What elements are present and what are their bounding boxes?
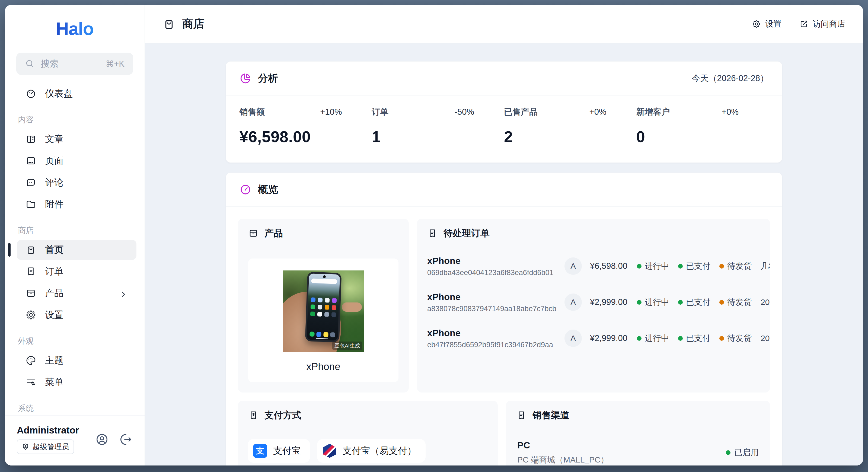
- payment-method-alipay[interactable]: 支 支付宝: [248, 439, 310, 463]
- sidebar-item-attachments[interactable]: 附件: [17, 194, 136, 214]
- sidebar-item-label: 设置: [45, 309, 63, 321]
- order-row[interactable]: xPhone 069dba43ee0404123a6f83ea6fdd6b01 …: [417, 248, 770, 284]
- sidebar-item-shop-home[interactable]: 首页: [17, 240, 136, 260]
- status-dot-green: [637, 300, 642, 305]
- metric-value: 0: [637, 127, 739, 146]
- product-card-xphone[interactable]: 豆包AI生成 xPhone: [248, 258, 399, 382]
- sales-channels-widget: 销售渠道 PC PC 端商城（MALL_PC）: [506, 401, 770, 466]
- payment-method-alipay-yipay[interactable]: 支付宝（易支付）: [317, 439, 426, 463]
- order-time: 20 小时前: [761, 333, 770, 344]
- sidebar-section-shop: 商店: [18, 225, 135, 236]
- search-shortcut: ⌘+K: [105, 59, 124, 69]
- settings-button[interactable]: 设置: [752, 19, 781, 30]
- sidebar-user-actions: [95, 433, 133, 446]
- sidebar-item-dashboard[interactable]: 仪表盘: [17, 84, 136, 104]
- page-title: 商店: [182, 17, 205, 31]
- receipt-icon: [516, 410, 527, 420]
- status-dot-amber: [719, 264, 724, 269]
- chart-pie-icon: [240, 72, 251, 84]
- sidebar-item-products[interactable]: 产品: [17, 283, 136, 303]
- sidebar-item-pages[interactable]: 页面: [17, 151, 136, 171]
- sidebar-item-label: 文章: [45, 133, 63, 146]
- logout-button[interactable]: [119, 433, 133, 446]
- page-header: 商店 设置 访问商店: [145, 5, 863, 43]
- status-badge-flow: 进行中: [637, 297, 669, 308]
- yipay-icon: [322, 444, 337, 458]
- role-badge: 超级管理员: [17, 439, 74, 454]
- gauge-icon: [26, 88, 36, 99]
- sidebar-item-shop-settings[interactable]: 设置: [17, 305, 136, 325]
- order-amount: ¥6,598.00: [590, 261, 628, 271]
- status-badge-paid: 已支付: [678, 297, 710, 308]
- status-dot-green: [678, 264, 683, 269]
- sidebar-item-orders[interactable]: 订单: [17, 261, 136, 282]
- status-badge-paid: 已支付: [678, 261, 710, 272]
- content-scroll[interactable]: 分析 今天（2026-02-28） 销售额 +10% ¥6,598.00: [145, 43, 863, 466]
- sidebar-nav: 仪表盘 内容 文章 页面: [5, 80, 145, 415]
- gauge-icon: [240, 184, 251, 196]
- status-dot-green: [637, 264, 642, 269]
- columns-icon: [26, 134, 36, 145]
- status-badge-ship: 待发货: [719, 261, 752, 272]
- products-widget-title: 产品: [265, 227, 283, 240]
- status-badge-ship: 待发货: [719, 333, 752, 344]
- sidebar-section-appearance: 外观: [18, 336, 135, 347]
- sidebar-item-menus[interactable]: 菜单: [17, 372, 136, 392]
- channel-status-label: 已启用: [734, 447, 759, 458]
- avatar: A: [564, 293, 582, 311]
- product-name: xPhone: [306, 361, 340, 373]
- list-settings-icon: [26, 377, 36, 388]
- metric-label: 已售产品: [504, 106, 538, 118]
- sidebar-item-label: 产品: [45, 287, 63, 300]
- browser-icon: [26, 155, 36, 166]
- sidebar-item-label: 主题: [45, 354, 63, 367]
- desktop-background: Halo 搜索 ⌘+K 仪表盘 内容: [0, 0, 868, 472]
- sidebar-item-posts[interactable]: 文章: [17, 129, 136, 149]
- payment-method-label: 支付宝: [273, 445, 301, 457]
- status-dot-amber: [719, 300, 724, 305]
- sidebar-item-label: 订单: [45, 265, 63, 278]
- sidebar-item-label: 评论: [45, 176, 63, 189]
- search-input[interactable]: 搜索 ⌘+K: [16, 53, 133, 75]
- sidebar-item-label: 页面: [45, 155, 63, 167]
- status-badge-flow: 进行中: [637, 261, 669, 272]
- receipt-icon: [427, 228, 437, 239]
- order-product: xPhone: [427, 255, 561, 266]
- metric-new-customers: 新增客户 +0% 0: [637, 106, 769, 146]
- payment-method-label: 支付宝（易支付）: [343, 445, 416, 457]
- metric-products-sold: 已售产品 +0% 2: [504, 106, 637, 146]
- avatar: A: [564, 257, 582, 275]
- sidebar-item-label: 仪表盘: [45, 87, 73, 100]
- user-name: Administrator: [17, 425, 79, 436]
- phone-shape: [305, 272, 342, 342]
- order-row[interactable]: xPhone eb47f7855d6592b95f91c39467b2d9aa …: [417, 320, 770, 356]
- analytics-card: 分析 今天（2026-02-28） 销售额 +10% ¥6,598.00: [226, 61, 782, 163]
- app-window: Halo 搜索 ⌘+K 仪表盘 内容: [5, 5, 863, 466]
- box-icon: [248, 228, 258, 239]
- profile-button[interactable]: [95, 433, 109, 446]
- sidebar-item-comments[interactable]: 评论: [17, 172, 136, 193]
- order-product: xPhone: [427, 292, 561, 302]
- role-badge-label: 超级管理员: [33, 442, 69, 452]
- status-dot-green: [678, 300, 683, 305]
- metric-value: 1: [372, 127, 474, 146]
- pending-orders-widget: 待处理订单 xPhone 069dba43ee0404123a6f83ea6fd…: [417, 219, 770, 392]
- status-dot-green: [726, 450, 731, 455]
- gear-icon: [26, 310, 36, 320]
- visit-shop-button[interactable]: 访问商店: [799, 19, 845, 30]
- sidebar-section-content: 内容: [18, 115, 135, 125]
- status-badge-ship: 待发货: [719, 297, 752, 308]
- gear-icon: [752, 20, 761, 29]
- analytics-title: 分析: [258, 72, 278, 85]
- sidebar-item-themes[interactable]: 主题: [17, 350, 136, 371]
- box-icon: [26, 288, 36, 298]
- product-image: 豆包AI生成: [283, 271, 364, 352]
- order-time: 几秒前: [761, 261, 770, 272]
- sidebar-item-label: 首页: [45, 244, 63, 256]
- channel-row-pc[interactable]: PC PC 端商城（MALL_PC） 已启用: [506, 430, 770, 466]
- metric-delta: -50%: [455, 107, 474, 117]
- alipay-icon: 支: [253, 444, 267, 458]
- shopping-bag-icon: [26, 244, 36, 255]
- products-widget: 产品: [238, 219, 409, 392]
- order-row[interactable]: xPhone a838078c90837947149aa18abe7c7bcb …: [417, 284, 770, 320]
